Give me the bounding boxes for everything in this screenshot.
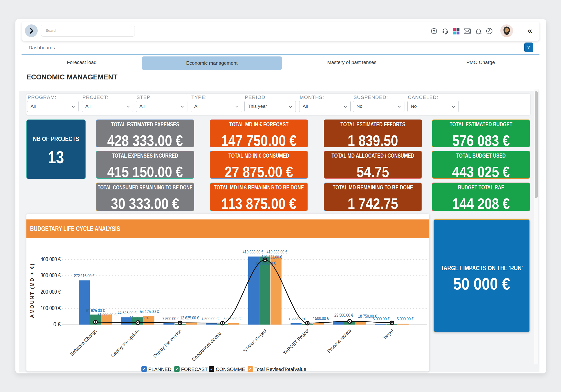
svg-text:44 625.00 €: 44 625.00 € [118,310,137,315]
svg-text:5 000.00 €: 5 000.00 € [397,316,414,321]
svg-text:AMOUNT (MD + €): AMOUNT (MD + €) [29,264,35,318]
svg-text:0 €: 0 € [53,321,61,327]
svg-text:7 500.00 €: 7 500.00 € [312,316,329,321]
svg-text:12 625.00 €: 12 625.00 € [180,315,199,320]
svg-text:200 000 €: 200 000 € [41,289,61,295]
svg-text:STARK Project: STARK Project [242,328,268,353]
svg-text:61 900.00 €: 61 900.00 € [98,312,116,317]
svg-text:23 500.00 €: 23 500.00 € [334,313,353,318]
svg-text:7 500.00 €: 7 500.00 € [202,316,218,321]
svg-text:400 000 €: 400 000 € [41,256,61,262]
svg-text:Software Change: Software Change [69,328,98,357]
svg-text:Target: Target [382,328,395,341]
svg-text:5 000.00 €: 5 000.00 € [373,316,390,321]
svg-text:419 333.00 €: 419 333.00 € [267,249,287,254]
svg-text:Deploy the update: Deploy the update [110,328,140,358]
svg-text:Process review: Process review [326,328,352,354]
svg-text:100 000 €: 100 000 € [41,305,61,311]
svg-text:272 115.00 €: 272 115.00 € [74,273,94,278]
svg-text:7 500.00 €: 7 500.00 € [289,316,306,321]
svg-text:300 000 €: 300 000 € [41,272,61,279]
svg-text:Deploy the version: Deploy the version [152,328,183,359]
svg-text:?: ? [433,29,435,33]
svg-text:419 333.00 €: 419 333.00 € [243,249,263,254]
svg-text:44 625.00 €: 44 625.00 € [130,315,149,320]
svg-text:54 125.00 €: 54 125.00 € [140,309,159,314]
svg-text:7 500.00 €: 7 500.00 € [162,316,179,321]
svg-text:8 000.00 €: 8 000.00 € [224,316,240,321]
svg-text:Department develo...: Department develo... [191,328,225,362]
svg-text:TARGET Project: TARGET Project [282,328,310,356]
